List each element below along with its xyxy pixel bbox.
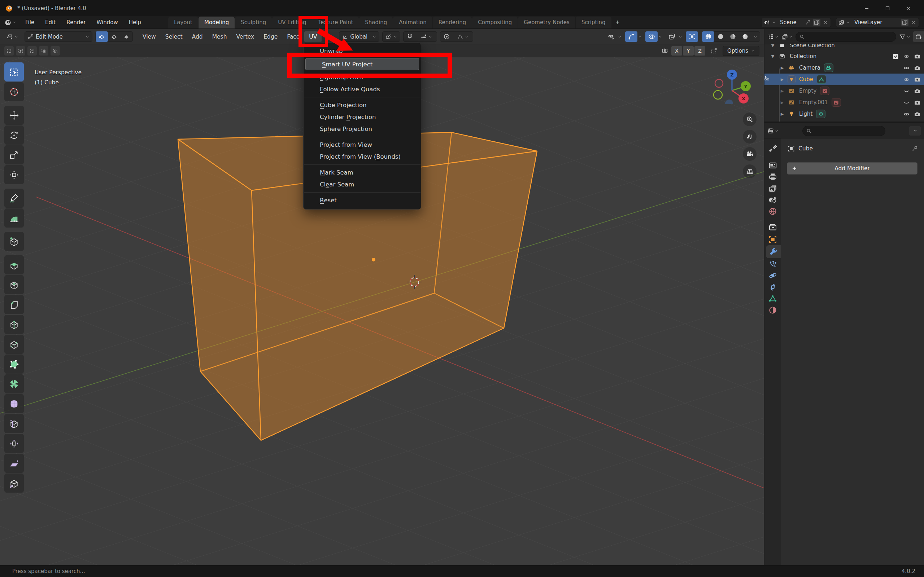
workspace-tab-geometry-nodes[interactable]: Geometry Nodes <box>518 16 575 29</box>
snap-settings-dropdown[interactable] <box>416 31 437 42</box>
gizmo-neg-x[interactable] <box>715 79 723 87</box>
options-dropdown[interactable]: Options <box>723 46 759 56</box>
axis-toggle-y[interactable]: Y <box>683 46 694 56</box>
menu-face[interactable]: Face <box>282 31 304 42</box>
tool-measure[interactable] <box>4 208 24 227</box>
properties-search-input[interactable] <box>814 128 881 134</box>
properties-tab-particles[interactable] <box>764 258 781 271</box>
workspace-tab-layout[interactable]: Layout <box>168 16 198 29</box>
tool-spin[interactable] <box>4 374 24 393</box>
tool-edge-slide[interactable] <box>4 414 24 433</box>
workspace-tab-uv-editing[interactable]: UV Editing <box>272 16 312 29</box>
pivot-point-dropdown[interactable] <box>382 31 400 42</box>
maximize-button[interactable] <box>877 0 898 16</box>
wireframe-shading-button[interactable] <box>702 31 714 42</box>
menu-select[interactable]: Select <box>161 31 187 42</box>
properties-tab-scene[interactable] <box>764 193 781 206</box>
menu-item-reset[interactable]: Reset <box>304 194 421 206</box>
workspace-tab-rendering[interactable]: Rendering <box>433 16 472 29</box>
outliner-row-empty-001[interactable]: ▶Empty.001 <box>764 97 924 108</box>
disclosure-icon[interactable]: ▶ <box>779 112 785 116</box>
workspace-tab-animation[interactable]: Animation <box>393 16 432 29</box>
tool-move[interactable] <box>4 106 24 125</box>
show-gizmo-button[interactable] <box>625 31 637 42</box>
disable-in-renders-icon[interactable] <box>914 111 921 117</box>
main-menu-window[interactable]: Window <box>91 16 123 29</box>
vertex-select-button[interactable] <box>96 31 108 42</box>
menu-item-clear-seam[interactable]: Clear Seam <box>304 179 421 190</box>
tool-shear[interactable] <box>4 454 24 473</box>
eye-closed-icon[interactable] <box>903 88 909 94</box>
menu-item-smart-uv-project[interactable]: Smart UV Project <box>305 58 419 70</box>
pin-icon[interactable] <box>805 19 811 25</box>
face-select-button[interactable] <box>120 31 132 42</box>
solid-shading-button[interactable] <box>714 31 727 42</box>
tool-inset-faces[interactable] <box>4 275 24 294</box>
outliner-row-cube[interactable]: ▶Cube <box>764 74 924 85</box>
edge-select-button[interactable] <box>108 31 120 42</box>
pin-icon[interactable] <box>912 145 918 152</box>
tool-rip-region[interactable] <box>4 474 24 493</box>
properties-tab-modifiers[interactable] <box>766 245 781 258</box>
object-visibility-dropdown[interactable] <box>605 31 617 42</box>
main-menu-file[interactable]: File <box>20 16 40 29</box>
tool-scale[interactable] <box>4 145 24 164</box>
outliner-row-collection[interactable]: ▼Collection <box>764 50 924 62</box>
menu-item-unwrap[interactable]: Unwrap <box>304 45 421 57</box>
properties-options-dropdown[interactable] <box>909 126 921 136</box>
properties-tab-data[interactable] <box>764 292 781 305</box>
properties-tab-render[interactable] <box>764 159 781 172</box>
disable-in-renders-icon[interactable] <box>914 53 921 60</box>
workspace-tab-shading[interactable]: Shading <box>359 16 393 29</box>
eye-icon[interactable] <box>903 76 909 82</box>
remove-viewlayer-icon[interactable] <box>911 19 916 25</box>
workspace-tab-texture-paint[interactable]: Texture Paint <box>312 16 359 29</box>
disable-in-renders-icon[interactable] <box>914 100 921 106</box>
new-scene-button[interactable] <box>813 19 821 26</box>
menu-add[interactable]: Add <box>187 31 208 42</box>
eye-icon[interactable] <box>903 65 909 71</box>
scene-collection-row[interactable]: ▼ Scene Collection <box>764 44 924 50</box>
zoom-view-button[interactable] <box>743 113 756 126</box>
main-menu-help[interactable]: Help <box>123 16 147 29</box>
properties-tab-output[interactable] <box>764 170 781 183</box>
select-mode-new-icon[interactable] <box>4 46 14 56</box>
menu-item-project-from-view[interactable]: Project from View <box>304 139 421 151</box>
main-menu-render[interactable]: Render <box>61 16 91 29</box>
properties-tab-material[interactable] <box>764 304 781 317</box>
add-workspace-button[interactable]: + <box>612 16 624 29</box>
menu-vertex[interactable]: Vertex <box>231 31 259 42</box>
outliner-filter-button[interactable] <box>899 34 910 40</box>
shading-dropdown[interactable] <box>751 31 760 42</box>
select-mode-extend-icon[interactable] <box>16 46 25 56</box>
disclosure-icon[interactable]: ▶ <box>779 77 785 82</box>
menu-item-follow-active-quads[interactable]: Follow Active Quads <box>304 83 421 95</box>
tool-cursor[interactable] <box>4 82 24 102</box>
eye-closed-icon[interactable] <box>903 100 909 106</box>
properties-tab-collection[interactable] <box>764 221 781 234</box>
mirror-butterfly-icon[interactable] <box>661 47 669 55</box>
properties-tab-world[interactable] <box>764 205 781 218</box>
new-collection-button[interactable] <box>913 31 924 42</box>
outliner-editor-type-button[interactable] <box>767 34 779 40</box>
select-mode-intersect-icon[interactable] <box>50 46 60 56</box>
properties-tab-object[interactable] <box>764 233 781 246</box>
show-overlays-button[interactable] <box>645 31 657 42</box>
tool-loop-cut[interactable] <box>4 315 24 334</box>
tool-add-cube[interactable] <box>4 232 24 251</box>
tool-rotate[interactable] <box>4 126 24 145</box>
outliner-search[interactable] <box>795 32 896 42</box>
workspace-tab-sculpting[interactable]: Sculpting <box>235 16 272 29</box>
axis-toggle-z[interactable]: Z <box>695 46 705 56</box>
workspace-tab-compositing[interactable]: Compositing <box>472 16 518 29</box>
main-menu-edit[interactable]: Edit <box>40 16 61 29</box>
falloff-dropdown[interactable] <box>452 31 473 42</box>
disable-in-renders-icon[interactable] <box>914 65 921 71</box>
menu-item-project-from-view-bounds-[interactable]: Project from View (Bounds) <box>304 151 421 163</box>
camera-view-button[interactable] <box>743 147 756 161</box>
properties-editor-type-button[interactable] <box>767 128 779 134</box>
tool-poly-build[interactable] <box>4 355 24 374</box>
outliner-row-light[interactable]: ▶Light <box>764 108 924 120</box>
add-modifier-button[interactable]: Add Modifier <box>787 162 918 174</box>
close-button[interactable] <box>898 0 919 16</box>
